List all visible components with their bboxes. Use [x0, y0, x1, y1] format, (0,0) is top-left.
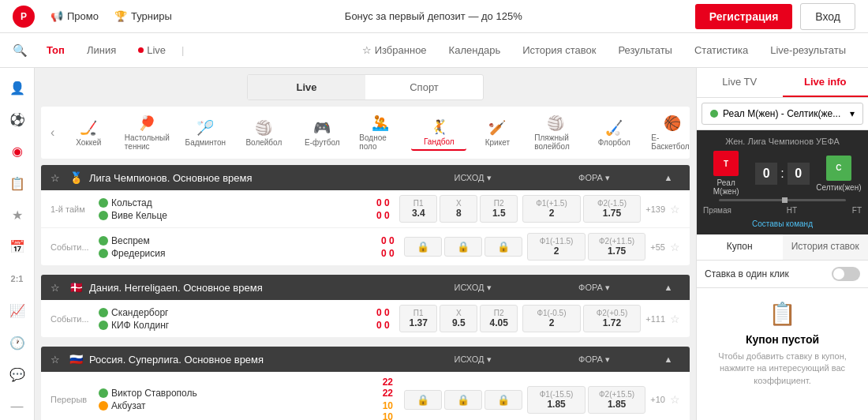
- russia-match-table: Перерыв Виктор Ставрополь Акбузат 22 22: [41, 372, 690, 420]
- tab-bet-history[interactable]: История ставок: [513, 39, 605, 61]
- sidebar-icon-clock[interactable]: 🕐: [3, 329, 32, 356]
- widget-time-bar: Прямая НТ FT: [703, 206, 862, 215]
- tab-favorites[interactable]: ☆ Избранное: [353, 39, 436, 61]
- sport-table-tennis[interactable]: 🏓 Настольный теннис: [119, 111, 174, 154]
- lineup-link[interactable]: Составы команд: [752, 219, 813, 228]
- fora-f1-label: Ф1(-15.5): [530, 390, 582, 399]
- sidebar-icon-minus[interactable]: —: [3, 393, 32, 420]
- sidebar-icon-star[interactable]: ★: [3, 201, 32, 228]
- fora-f1[interactable]: Ф1(-11.5) 2: [527, 233, 586, 261]
- tab-live-tv[interactable]: Live TV: [697, 68, 783, 97]
- more-button[interactable]: +111: [645, 314, 665, 324]
- fora-f2[interactable]: Ф2(+11.5) 1.75: [588, 233, 646, 261]
- sport-floorball[interactable]: 🏑 Флорбол: [586, 116, 642, 150]
- fora-f1[interactable]: Ф1(-0.5) 2: [522, 305, 581, 332]
- logo[interactable]: P: [13, 6, 35, 28]
- row-star[interactable]: ☆: [670, 393, 680, 406]
- sport-handball[interactable]: 🤾 Гандбол: [411, 115, 466, 151]
- sidebar-icon-person[interactable]: 👤: [3, 74, 32, 101]
- odds-x[interactable]: X 8: [440, 195, 477, 223]
- odds-x[interactable]: X 9.5: [440, 305, 477, 332]
- sidebar-icon-circle[interactable]: ◉: [3, 138, 32, 165]
- second-nav: 🔍 Топ Линия Live | ☆ Избранное Календарь…: [0, 33, 868, 68]
- odds-p2-locked[interactable]: 🔒: [485, 237, 522, 257]
- scroll-left-arrow[interactable]: ‹: [47, 122, 58, 143]
- odds-p1[interactable]: П1 3.4: [399, 195, 437, 223]
- odds-p2[interactable]: П2 4.05: [480, 305, 518, 332]
- tab-line[interactable]: Линия: [77, 39, 125, 61]
- fora-f2[interactable]: Ф2(-1.5) 1.75: [583, 195, 642, 223]
- tab-live[interactable]: Live: [129, 39, 175, 61]
- toggle-live[interactable]: Live: [248, 75, 365, 99]
- match-select-button[interactable]: Реал М(жен) - Селтик(же... ▾: [702, 103, 863, 125]
- odds-p1-locked[interactable]: 🔒: [404, 390, 442, 410]
- team-row-away: Виве Кельце: [99, 210, 366, 221]
- section-star-russia[interactable]: ☆: [51, 354, 60, 366]
- sport-ebasketball[interactable]: 🏀 Е-Баскетбол: [645, 111, 690, 154]
- row-star[interactable]: ☆: [670, 241, 680, 253]
- sport-cricket[interactable]: 🏏 Крикет: [470, 116, 525, 150]
- russia-outcome-col: ИСХОД ▾: [413, 354, 532, 365]
- denmark-header-cols: ИСХОД ▾ ФОРА ▾ ▲: [413, 283, 680, 293]
- login-button[interactable]: Вход: [800, 3, 855, 30]
- sidebar-icon-document[interactable]: 📋: [3, 170, 32, 197]
- sidebar-icon-chat[interactable]: 💬: [3, 361, 32, 388]
- row-star[interactable]: ☆: [670, 313, 680, 325]
- tab-live-info[interactable]: Live info: [783, 68, 869, 97]
- row-star[interactable]: ☆: [670, 203, 680, 216]
- score-away-box: 0: [788, 163, 810, 185]
- sidebar-icon-21[interactable]: 2:1: [3, 265, 32, 292]
- champions-outcome-col: ИСХОД ▾: [413, 173, 532, 183]
- fora-f2[interactable]: Ф2(+0.5) 1.72: [583, 305, 642, 332]
- tournaments-nav-item[interactable]: 🏆 Турниры: [114, 10, 172, 22]
- sidebar-icon-chart[interactable]: 📈: [3, 298, 32, 324]
- match-time: Событи...: [51, 242, 94, 252]
- fora-f2[interactable]: Ф2(+15.5) 1.85: [588, 386, 646, 414]
- toggle-sport[interactable]: Спорт: [365, 75, 483, 99]
- russia-collapse[interactable]: ▲: [657, 354, 680, 364]
- fora-f1[interactable]: Ф1(+1.5) 2: [522, 195, 581, 223]
- sport-badminton[interactable]: 🏸 Бадминтон: [178, 116, 233, 150]
- tab-favorites-label: Избранное: [375, 44, 427, 56]
- search-icon[interactable]: 🔍: [13, 43, 28, 58]
- odds-p2-locked[interactable]: 🔒: [485, 390, 522, 410]
- odds-p2-val: 4.05: [490, 317, 508, 328]
- tab-live-results[interactable]: Live-результаты: [761, 39, 855, 61]
- odds-p1-locked[interactable]: 🔒: [404, 237, 442, 257]
- team-dot-away: [99, 249, 108, 258]
- odds-p2[interactable]: П2 1.5: [480, 195, 518, 223]
- more-button[interactable]: +55: [650, 242, 665, 252]
- odds-x-locked[interactable]: 🔒: [444, 390, 482, 410]
- sidebar-icon-ball[interactable]: ⚽: [3, 106, 32, 133]
- more-button[interactable]: +10: [650, 395, 665, 404]
- odds-p1[interactable]: П1 1.37: [399, 305, 437, 332]
- sport-beach-volleyball[interactable]: 🏐 Пляжный волейбол: [528, 111, 583, 154]
- tab-coupon[interactable]: Купон: [697, 234, 783, 260]
- sport-volleyball[interactable]: 🏐 Волейбол: [236, 116, 291, 150]
- tab-top[interactable]: Топ: [37, 39, 74, 61]
- tab-bet-history-right[interactable]: История ставок: [783, 234, 869, 260]
- register-button[interactable]: Регистрация: [695, 4, 793, 29]
- sidebar-icon-calendar2[interactable]: 📅: [3, 234, 32, 261]
- right-sidebar: Live TV Live info Реал М(жен) - Селтик(ж…: [696, 68, 868, 420]
- team-away-name: КИФ Колдинг: [111, 320, 169, 331]
- sport-efootball[interactable]: 🎮 Е-футбол: [294, 116, 350, 150]
- tab-results[interactable]: Результаты: [608, 39, 681, 61]
- champions-collapse[interactable]: ▲: [657, 173, 680, 182]
- odds-p1-label: П1: [402, 199, 434, 208]
- denmark-collapse[interactable]: ▲: [657, 283, 680, 292]
- sport-waterpolo[interactable]: 🤽 Водное поло: [353, 111, 408, 154]
- tab-stats[interactable]: Статистика: [685, 39, 758, 61]
- fora-col: Ф1(-11.5) 2 Ф2(+11.5) 1.75: [527, 233, 645, 261]
- section-star-denmark[interactable]: ☆: [51, 282, 60, 294]
- lock-icon: 🔒: [497, 394, 510, 406]
- one-click-toggle[interactable]: [832, 267, 860, 281]
- sport-hockey[interactable]: 🏒 Хоккей: [61, 116, 116, 150]
- fora-f1[interactable]: Ф1(-15.5) 1.85: [527, 386, 586, 414]
- handball-icon: 🤾: [430, 118, 447, 136]
- odds-x-locked[interactable]: 🔒: [444, 237, 482, 257]
- section-star-champions[interactable]: ☆: [51, 172, 60, 184]
- promo-nav-item[interactable]: 📢 Промо: [51, 10, 99, 22]
- more-button[interactable]: +139: [645, 204, 665, 214]
- tab-calendar[interactable]: Календарь: [440, 39, 511, 61]
